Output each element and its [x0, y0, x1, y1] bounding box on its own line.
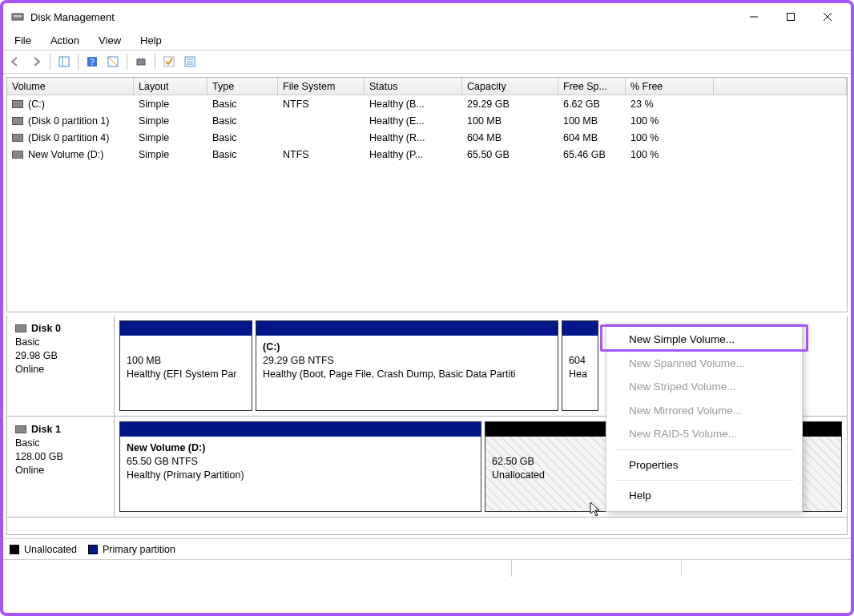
ctx-new-spanned-volume: New Spanned Volume... [606, 352, 802, 376]
toolbar-separator [78, 54, 79, 70]
disk-0-partition-c[interactable]: (C:) 29.29 GB NTFS Healthy (Boot, Page F… [256, 320, 558, 411]
volume-row[interactable]: (Disk 0 partition 1)SimpleBasicHealthy (… [7, 112, 847, 129]
volume-row[interactable]: New Volume (D:)SimpleBasicNTFSHealthy (P… [7, 146, 847, 163]
disk-icon [15, 425, 26, 433]
ctx-new-simple-volume[interactable]: New Simple Volume... [606, 328, 802, 352]
disk-icon [12, 134, 23, 142]
svg-rect-6 [59, 57, 69, 66]
disk-icon [12, 117, 23, 125]
ctx-new-striped-volume: New Striped Volume... [606, 375, 802, 399]
menu-file[interactable]: File [6, 33, 39, 48]
col-status[interactable]: Status [365, 78, 462, 95]
disk-icon [12, 151, 23, 159]
close-button[interactable] [809, 4, 846, 30]
statusbar-pane [682, 560, 851, 577]
svg-rect-1 [14, 15, 22, 17]
col-percent-free[interactable]: % Free [626, 78, 714, 95]
toolbar-separator [50, 54, 50, 70]
menu-view[interactable]: View [91, 33, 129, 48]
ctx-new-mirrored-volume: New Mirrored Volume... [606, 399, 802, 423]
disk-icon [15, 324, 26, 332]
col-filesystem[interactable]: File System [278, 78, 365, 95]
titlebar: Disk Management [3, 3, 851, 30]
disk-1-partition-d[interactable]: New Volume (D:) 65.50 GB NTFS Healthy (P… [119, 421, 481, 512]
window-frame: Disk Management File Action View Help ? … [0, 0, 854, 616]
svg-rect-12 [137, 59, 145, 65]
legend-primary: Primary partition [88, 544, 175, 555]
volume-rows: (C:)SimpleBasicNTFSHealthy (B...29.29 GB… [7, 95, 847, 312]
disk-0-partition-4[interactable]: 604 Hea [562, 320, 598, 411]
show-hide-tree-button[interactable] [55, 53, 73, 70]
menu-action[interactable]: Action [42, 33, 87, 48]
statusbar-pane [3, 560, 512, 577]
volume-list: Volume Layout Type File System Status Ca… [6, 77, 848, 312]
menubar: File Action View Help [3, 30, 851, 50]
col-capacity[interactable]: Capacity [462, 78, 558, 95]
col-free-space[interactable]: Free Sp... [558, 78, 626, 95]
minimize-button[interactable] [735, 4, 772, 30]
check-icon[interactable] [160, 53, 178, 70]
ctx-properties[interactable]: Properties [606, 453, 802, 477]
volume-list-header: Volume Layout Type File System Status Ca… [7, 78, 847, 95]
app-icon [11, 10, 24, 23]
legend: Unallocated Primary partition [3, 538, 851, 559]
context-menu: New Simple Volume... New Spanned Volume.… [606, 324, 803, 512]
help-button[interactable]: ? [83, 53, 101, 70]
back-button[interactable] [6, 53, 24, 70]
window-title: Disk Management [30, 11, 115, 23]
col-layout[interactable]: Layout [134, 78, 207, 95]
forward-button[interactable] [27, 53, 45, 70]
volume-row[interactable]: (Disk 0 partition 4)SimpleBasicHealthy (… [7, 129, 847, 146]
disk-0-partition-1[interactable]: 100 MB Healthy (EFI System Par [119, 320, 252, 411]
settings-icon[interactable] [104, 53, 122, 70]
volume-row[interactable]: (C:)SimpleBasicNTFSHealthy (B...29.29 GB… [7, 95, 847, 112]
list-icon[interactable] [181, 53, 199, 70]
statusbar [3, 559, 851, 577]
disk-icon [12, 100, 23, 108]
col-spacer [714, 78, 847, 95]
maximize-button[interactable] [772, 4, 809, 30]
toolbar-separator [155, 54, 155, 70]
disk-1-info[interactable]: Disk 1 Basic 128.00 GB Online [7, 417, 115, 517]
svg-line-11 [108, 57, 118, 66]
legend-unallocated: Unallocated [10, 544, 77, 555]
col-volume[interactable]: Volume [7, 78, 134, 95]
toolbar-separator [127, 54, 127, 70]
ctx-help[interactable]: Help [606, 484, 802, 508]
svg-text:?: ? [90, 58, 95, 66]
ctx-new-raid5-volume: New RAID-5 Volume... [606, 422, 802, 446]
refresh-button[interactable] [132, 53, 150, 70]
disk-0-info[interactable]: Disk 0 Basic 29.98 GB Online [7, 316, 115, 416]
ctx-separator [614, 449, 794, 450]
statusbar-pane [512, 560, 682, 577]
toolbar: ? [3, 50, 851, 74]
col-type[interactable]: Type [207, 78, 278, 95]
menu-help[interactable]: Help [132, 33, 170, 48]
svg-rect-3 [788, 14, 795, 21]
ctx-separator [614, 480, 794, 481]
